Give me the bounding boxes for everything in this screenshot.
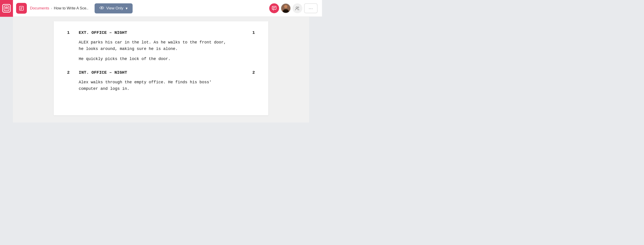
eye-icon: [100, 6, 104, 11]
svg-rect-1: [20, 6, 24, 10]
page-container: 1 EXT. OFFICE – NIGHT 1 ALEX parks his c…: [54, 21, 268, 115]
breadcrumb-documents[interactable]: Documents: [30, 6, 49, 11]
breadcrumb: Documents › How to Write A Sce..: [30, 6, 88, 11]
topbar-right: ···: [269, 3, 322, 13]
dropdown-arrow-icon: ▾: [126, 6, 128, 11]
left-sidebar: [0, 17, 13, 123]
svg-rect-4: [272, 6, 276, 10]
scene-1-number-left: 1: [67, 30, 75, 35]
people-button[interactable]: [292, 3, 302, 13]
user-avatar[interactable]: [281, 3, 291, 13]
right-sidebar: [309, 17, 322, 123]
scene-1-header: 1 EXT. OFFICE – NIGHT 1: [67, 30, 255, 35]
view-only-button[interactable]: View Only ▾: [94, 3, 132, 14]
scene-block-2: 2 INT. OFFICE – NIGHT 2 Alex walks throu…: [67, 70, 255, 92]
breadcrumb-current-doc: How to Write A Sce..: [54, 6, 88, 11]
scene-2-number-left: 2: [67, 70, 75, 75]
svg-point-3: [101, 7, 102, 9]
chat-button[interactable]: [269, 3, 279, 13]
document-area: 1 EXT. OFFICE – NIGHT 1 ALEX parks his c…: [13, 17, 309, 123]
scene-1-action-1: ALEX parks his car in the lot. As he wal…: [67, 39, 255, 52]
doc-icon-button[interactable]: [16, 3, 27, 14]
scene-2-heading: INT. OFFICE – NIGHT: [79, 70, 249, 75]
svg-point-9: [296, 7, 298, 9]
svg-point-10: [298, 7, 299, 8]
breadcrumb-chevron: ›: [51, 7, 52, 10]
scene-1-heading: EXT. OFFICE – NIGHT: [79, 30, 249, 35]
svg-point-6: [284, 5, 288, 8]
scene-2-header: 2 INT. OFFICE – NIGHT 2: [67, 70, 255, 75]
scene-1-number-right: 1: [252, 30, 255, 35]
more-options-button[interactable]: ···: [304, 3, 318, 13]
scene-2-number-right: 2: [252, 70, 255, 75]
scene-2-action-1: Alex walks through the empty office. He …: [67, 79, 255, 92]
scene-block-1: 1 EXT. OFFICE – NIGHT 1 ALEX parks his c…: [67, 30, 255, 62]
logo-area: [0, 0, 13, 17]
view-only-label: View Only: [106, 6, 123, 11]
scene-1-action-2: He quickly picks the lock of the door.: [67, 56, 255, 62]
main-layout: 1 EXT. OFFICE – NIGHT 1 ALEX parks his c…: [0, 17, 322, 123]
topbar: Documents › How to Write A Sce.. View On…: [0, 0, 322, 17]
app-logo-icon: [2, 4, 11, 13]
more-dots: ···: [308, 6, 313, 11]
